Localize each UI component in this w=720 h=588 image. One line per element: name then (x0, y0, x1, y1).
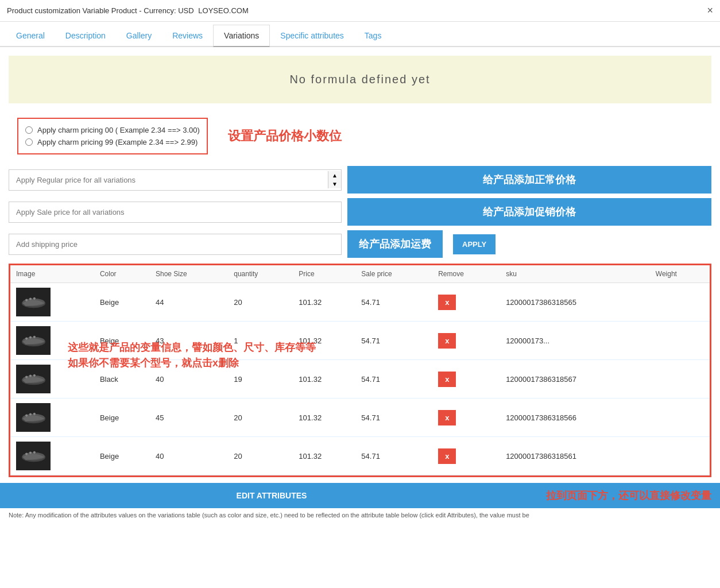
charm-option-1-row: Apply charm pricing 00 ( Example 2.34 ==… (25, 126, 200, 134)
regular-price-row: ▲ ▼ 给产品添加正常价格 (9, 166, 711, 194)
table-row: Beige4420101.3254.71x12000017386318565 (10, 283, 710, 322)
svg-point-23 (33, 413, 35, 415)
cell-color: Beige (94, 399, 150, 437)
shipping-price-row: 给产品添加运费 APPLY (9, 230, 711, 258)
bottom-annotation: 拉到页面下方，还可以直接修改变量 (546, 489, 711, 502)
svg-point-29 (33, 451, 35, 454)
svg-point-5 (33, 297, 35, 300)
cell-sale_price: 54.71 (355, 437, 432, 475)
cell-image (10, 283, 94, 322)
cell-sale_price: 54.71 (355, 283, 432, 322)
tab-bar: General Description Gallery Reviews Vari… (0, 25, 720, 47)
remove-button[interactable]: x (438, 333, 456, 349)
spinner-up[interactable]: ▲ (328, 171, 341, 180)
remove-button[interactable]: x (438, 372, 456, 387)
svg-point-17 (33, 374, 35, 377)
cell-weight (650, 360, 710, 399)
cell-image (10, 399, 94, 437)
tab-reviews[interactable]: Reviews (162, 25, 213, 47)
cell-color: Beige (94, 437, 150, 475)
window-header: Product customization Variable Product -… (0, 0, 720, 22)
title-prefix: Product customization (7, 6, 80, 15)
variable-label: Variable Product (83, 6, 137, 15)
svg-point-16 (29, 374, 31, 377)
cell-remove: x (432, 283, 500, 322)
cell-price: 101.32 (293, 360, 355, 399)
cell-sku: 12000017386318567 (500, 360, 650, 399)
col-remove: Remove (432, 265, 500, 283)
svg-point-11 (33, 336, 35, 338)
remove-button[interactable]: x (438, 448, 456, 464)
variations-table: Image Color Shoe Size quantity Price Sal… (10, 265, 710, 475)
table-row: Beige4520101.3254.71x12000017386318566 (10, 399, 710, 437)
svg-point-27 (25, 453, 28, 455)
tab-general[interactable]: General (6, 25, 55, 47)
cell-remove: x (432, 399, 500, 437)
charm-radio-00[interactable] (25, 126, 33, 134)
shoe-image (16, 403, 51, 432)
apply-regular-price-btn[interactable]: 给产品添加正常价格 (347, 166, 711, 194)
svg-point-10 (29, 336, 31, 338)
cell-quantity: 1 (228, 322, 293, 360)
charm-radio-99[interactable] (25, 138, 33, 146)
shipping-price-input[interactable] (9, 234, 341, 254)
tab-specific-attributes[interactable]: Specific attributes (270, 25, 354, 47)
sale-price-row: 给产品添加促销价格 (9, 198, 711, 226)
charm-option-2-row: Apply charm pricing 99 (Example 2.34 ==>… (25, 138, 200, 146)
svg-point-22 (29, 413, 31, 415)
annotation-charm: 设置产品价格小数位 (228, 127, 342, 145)
svg-point-9 (25, 338, 28, 340)
formula-text: No formula defined yet (289, 73, 430, 86)
svg-point-28 (29, 451, 31, 454)
cell-image (10, 360, 94, 399)
spinner-down[interactable]: ▼ (328, 180, 341, 188)
cell-sku: 120000173... (500, 322, 650, 360)
tab-gallery[interactable]: Gallery (116, 25, 162, 47)
cell-price: 101.32 (293, 283, 355, 322)
tab-description[interactable]: Description (55, 25, 116, 47)
currency-value: USD (178, 6, 193, 15)
col-sku: sku (500, 265, 650, 283)
close-button[interactable]: × (707, 5, 713, 17)
charm-pricing-section: Apply charm pricing 00 ( Example 2.34 ==… (9, 112, 711, 160)
col-shoe-size: Shoe Size (150, 265, 228, 283)
sale-price-input-wrap (9, 202, 342, 223)
window-title: Product customization Variable Product -… (7, 6, 249, 15)
price-spinner: ▲ ▼ (328, 171, 341, 188)
svg-point-15 (25, 376, 28, 378)
cell-color: Black (94, 360, 150, 399)
cell-sku: 12000017386318561 (500, 437, 650, 475)
cell-sale_price: 54.71 (355, 322, 432, 360)
cell-remove: x (432, 360, 500, 399)
shipping-input-wrap (9, 234, 342, 255)
shoe-image (16, 288, 51, 316)
charm-label-00: Apply charm pricing 00 ( Example 2.34 ==… (37, 126, 200, 134)
formula-banner: No formula defined yet (9, 56, 711, 103)
svg-point-3 (25, 299, 28, 301)
cell-sale_price: 54.71 (355, 399, 432, 437)
tab-variations[interactable]: Variations (213, 25, 270, 47)
cell-shoe_size: 43 (150, 322, 228, 360)
remove-button[interactable]: x (438, 410, 456, 425)
currency-prefix: - Currency: (139, 6, 176, 15)
table-container: Image Color Shoe Size quantity Price Sal… (10, 265, 710, 475)
col-weight: Weight (650, 265, 710, 283)
cell-remove: x (432, 437, 500, 475)
sale-price-input[interactable] (9, 202, 341, 222)
edit-attributes-btn[interactable]: EDIT ATTRIBUTES (237, 491, 307, 500)
apply-shipping-btn[interactable]: 给产品添加运费 (347, 230, 443, 258)
cell-price: 101.32 (293, 437, 355, 475)
watermark: LOYSEO.COM (198, 6, 248, 15)
table-row: Beige431101.3254.71x120000173... (10, 322, 710, 360)
cell-image (10, 437, 94, 475)
shoe-image (16, 326, 51, 355)
remove-button[interactable]: x (438, 295, 456, 310)
tab-tags[interactable]: Tags (354, 25, 392, 47)
shoe-image (16, 442, 51, 470)
regular-price-input[interactable] (9, 170, 328, 190)
apply-sale-price-btn[interactable]: 给产品添加促销价格 (347, 198, 711, 226)
col-color: Color (94, 265, 150, 283)
footer-note: Note: Any modification of the attributes… (0, 508, 720, 522)
apply-small-btn[interactable]: APPLY (453, 234, 496, 254)
charm-label-99: Apply charm pricing 99 (Example 2.34 ==>… (37, 138, 198, 146)
